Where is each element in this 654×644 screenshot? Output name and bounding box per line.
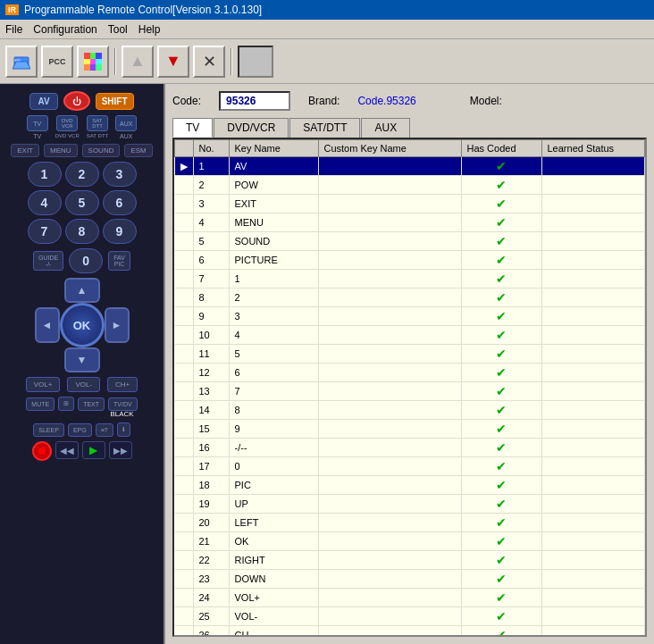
epg-button[interactable]: EPG bbox=[68, 423, 92, 437]
dpad-right-button[interactable]: ► bbox=[105, 307, 130, 343]
row-learned-status bbox=[541, 232, 645, 251]
record-button[interactable] bbox=[32, 441, 52, 461]
num-4-button[interactable]: 4 bbox=[28, 190, 62, 215]
vol-plus-button[interactable]: VOL+ bbox=[26, 377, 61, 392]
fav-pic-button[interactable]: FAVPIC bbox=[108, 251, 130, 271]
pcc-button[interactable]: PCC bbox=[41, 46, 73, 78]
table-row[interactable]: 22RIGHT✔ bbox=[175, 551, 645, 570]
down-button[interactable]: ▼ bbox=[157, 46, 189, 78]
sound-button[interactable]: SOUND bbox=[82, 144, 121, 157]
dpad-down-button[interactable]: ▼ bbox=[64, 347, 100, 372]
num-5-button[interactable]: 5 bbox=[65, 190, 99, 215]
row-learned-status bbox=[541, 457, 645, 476]
table-row[interactable]: 21OK✔ bbox=[175, 532, 645, 551]
aux-button[interactable]: AUX AUX bbox=[115, 115, 137, 139]
shift-button[interactable]: SHIFT bbox=[96, 93, 134, 110]
table-row[interactable]: 148✔ bbox=[175, 401, 645, 420]
table-row[interactable]: 5SOUND✔ bbox=[175, 232, 645, 251]
play-button[interactable]: ▶ bbox=[82, 441, 105, 459]
table-row[interactable]: 104✔ bbox=[175, 326, 645, 345]
row-learned-status bbox=[541, 326, 645, 345]
num-7-button[interactable]: 7 bbox=[28, 219, 62, 244]
table-row[interactable]: ▶1AV✔ bbox=[175, 157, 645, 176]
table-row[interactable]: 93✔ bbox=[175, 307, 645, 326]
table-row[interactable]: 26CH-✔ bbox=[175, 626, 645, 638]
table-row[interactable]: 71✔ bbox=[175, 270, 645, 289]
num-2-button[interactable]: 2 bbox=[65, 162, 99, 187]
menu-configuration[interactable]: Configuration bbox=[33, 23, 96, 36]
mute-button[interactable]: MUTE bbox=[26, 397, 54, 411]
table-row[interactable]: 159✔ bbox=[175, 420, 645, 439]
preview-button[interactable] bbox=[238, 46, 273, 78]
sleep-button[interactable]: SLEEP bbox=[33, 423, 64, 437]
expand-button[interactable]: ≡? bbox=[96, 423, 113, 437]
row-indicator bbox=[175, 626, 194, 638]
power-button[interactable]: ⏻ bbox=[63, 91, 90, 111]
colors-button[interactable] bbox=[77, 46, 109, 78]
table-row[interactable]: 170✔ bbox=[175, 457, 645, 476]
info-button[interactable]: ℹ bbox=[117, 422, 130, 437]
tv-src-button[interactable]: TV TV bbox=[27, 115, 48, 139]
menu-help[interactable]: Help bbox=[138, 23, 161, 36]
svg-point-12 bbox=[38, 447, 46, 455]
up-button[interactable]: ▲ bbox=[122, 46, 154, 78]
dpad-left-button[interactable]: ◄ bbox=[35, 307, 60, 343]
num-0-button[interactable]: 0 bbox=[69, 248, 103, 273]
dpad-up-button[interactable]: ▲ bbox=[64, 278, 100, 303]
recall-button[interactable]: ⊞ bbox=[58, 397, 74, 411]
code-input[interactable] bbox=[219, 91, 290, 111]
menu-tool[interactable]: Tool bbox=[108, 23, 128, 36]
open-button[interactable] bbox=[5, 46, 38, 78]
delete-button[interactable]: ✕ bbox=[193, 46, 225, 78]
row-custom-key-name bbox=[318, 439, 461, 457]
key-table-container[interactable]: No. Key Name Custom Key Name Has Coded L… bbox=[172, 138, 647, 637]
tab-tv[interactable]: TV bbox=[172, 118, 213, 138]
table-row[interactable]: 3EXIT✔ bbox=[175, 195, 645, 213]
vol-minus-button[interactable]: VOL- bbox=[67, 377, 100, 392]
menu-file[interactable]: File bbox=[5, 23, 22, 36]
num-1-button[interactable]: 1 bbox=[28, 162, 62, 187]
table-row[interactable]: 23DOWN✔ bbox=[175, 570, 645, 589]
table-row[interactable]: 126✔ bbox=[175, 364, 645, 382]
black-label-row: BLACK bbox=[26, 412, 137, 418]
num-6-button[interactable]: 6 bbox=[103, 190, 137, 215]
num-9-button[interactable]: 9 bbox=[103, 219, 137, 244]
guide-button[interactable]: GUIDE-/- bbox=[33, 251, 63, 271]
esm-button[interactable]: ESM bbox=[124, 144, 152, 157]
table-row[interactable]: 24VOL+✔ bbox=[175, 589, 645, 607]
table-row[interactable]: 18PIC✔ bbox=[175, 476, 645, 495]
num-8-button[interactable]: 8 bbox=[65, 219, 99, 244]
av-button[interactable]: AV bbox=[29, 93, 57, 110]
table-row[interactable]: 137✔ bbox=[175, 382, 645, 401]
table-row[interactable]: 115✔ bbox=[175, 345, 645, 364]
text-button[interactable]: TEXT bbox=[78, 397, 105, 411]
tab-sat-dtt[interactable]: SAT/DTT bbox=[289, 118, 360, 138]
dvd-vcr-button[interactable]: DVDVCR DVD VCR bbox=[55, 115, 80, 139]
row-learned-status bbox=[541, 251, 645, 270]
table-row[interactable]: 20LEFT✔ bbox=[175, 514, 645, 532]
table-row[interactable]: 6PICTURE✔ bbox=[175, 251, 645, 270]
row-indicator bbox=[175, 176, 194, 195]
table-row[interactable]: 2POW✔ bbox=[175, 176, 645, 195]
ffwd-button[interactable]: ▶▶ bbox=[109, 441, 132, 459]
tv-dv-button[interactable]: TV/DV bbox=[108, 397, 138, 411]
table-row[interactable]: 19UP✔ bbox=[175, 495, 645, 514]
col-learned-status: Learned Status bbox=[541, 140, 645, 157]
sat-dtt-button[interactable]: SATDTT SAT DTT bbox=[87, 115, 108, 139]
table-row[interactable]: 25VOL-✔ bbox=[175, 607, 645, 626]
row-key-name: VOL+ bbox=[229, 589, 318, 607]
ok-button[interactable]: OK bbox=[60, 303, 105, 347]
tab-aux[interactable]: AUX bbox=[361, 118, 410, 138]
row-has-coded: ✔ bbox=[461, 495, 541, 514]
ch-plus-button[interactable]: CH+ bbox=[107, 377, 138, 392]
rewind-button[interactable]: ◀◀ bbox=[55, 441, 79, 459]
row-key-name: AV bbox=[229, 157, 318, 176]
num-3-button[interactable]: 3 bbox=[103, 162, 137, 187]
menu-remote-button[interactable]: MENU bbox=[44, 144, 78, 157]
epg-row: SLEEP EPG ≡? ℹ bbox=[5, 422, 158, 437]
table-row[interactable]: 4MENU✔ bbox=[175, 213, 645, 232]
table-row[interactable]: 16-/--✔ bbox=[175, 439, 645, 457]
tab-dvd-vcr[interactable]: DVD/VCR bbox=[214, 118, 289, 138]
exit-button[interactable]: EXIT bbox=[11, 144, 39, 157]
table-row[interactable]: 82✔ bbox=[175, 289, 645, 307]
